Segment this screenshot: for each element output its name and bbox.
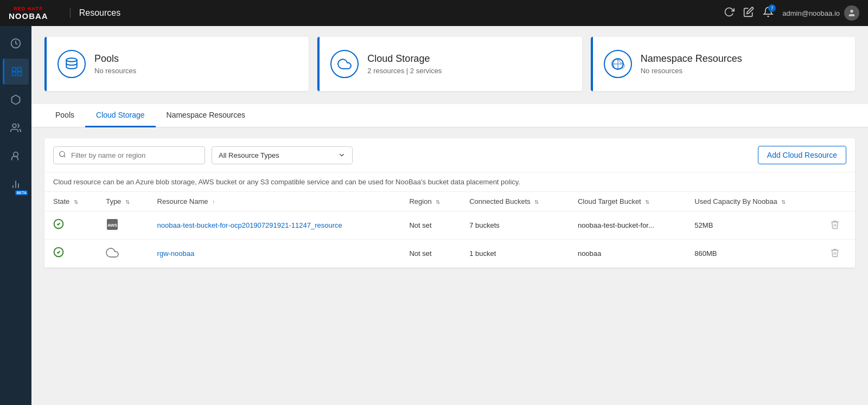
user-email: admin@noobaa.io <box>782 9 840 17</box>
cell-resource-name[interactable]: rgw-noobaa <box>149 240 401 268</box>
tab-cloud-storage[interactable]: Cloud Storage <box>85 104 156 127</box>
cell-region: Not set <box>400 211 461 240</box>
sort-capacity-icon: ⇅ <box>781 199 786 205</box>
cell-used-capacity: 860MB <box>686 240 821 268</box>
tabs-bar: Pools Cloud Storage Namespace Resources <box>31 104 868 127</box>
cloud-storage-card[interactable]: Cloud Storage 2 resources | 2 services <box>317 37 582 91</box>
sidebar-item-users[interactable] <box>3 143 29 169</box>
search-input[interactable] <box>53 146 205 164</box>
delete-icon[interactable] <box>830 250 840 259</box>
sidebar-item-analytics[interactable]: BETA <box>3 171 29 197</box>
col-resource-name[interactable]: Resource Name ↑ <box>149 192 401 211</box>
svg-rect-5 <box>17 72 21 76</box>
summary-cards: Pools No resources Cloud Storage 2 resou… <box>44 37 855 91</box>
table-header-row: State ⇅ Type ⇅ Resource Name ↑ Region <box>44 192 855 211</box>
sort-buckets-icon: ⇅ <box>534 199 539 205</box>
aws-icon: AWS <box>106 218 119 231</box>
cell-state <box>44 240 97 268</box>
edit-icon[interactable] <box>743 7 754 20</box>
svg-point-11 <box>66 58 77 62</box>
table-row: rgw-noobaaNot set1 bucketnoobaa860MB <box>44 240 855 268</box>
namespace-icon-wrap <box>604 50 632 78</box>
notifications-icon[interactable]: 7 <box>763 7 774 20</box>
sidebar: BETA <box>0 26 31 405</box>
delete-icon[interactable] <box>830 222 840 231</box>
namespace-card[interactable]: Namespace Resources No resources <box>591 37 855 91</box>
sidebar-item-buckets[interactable] <box>3 87 29 113</box>
avatar <box>844 5 859 21</box>
sidebar-item-accounts[interactable] <box>3 115 29 141</box>
table-description: Cloud resource can be an Azure blob stor… <box>44 172 855 192</box>
svg-rect-4 <box>12 72 16 76</box>
cell-delete[interactable] <box>821 211 855 240</box>
col-used-capacity[interactable]: Used Capacity By Noobaa ⇅ <box>686 192 821 211</box>
notification-badge: 7 <box>768 4 776 12</box>
col-cloud-target-bucket[interactable]: Cloud Target Bucket ⇅ <box>569 192 686 211</box>
cell-connected-buckets: 1 bucket <box>461 240 569 268</box>
resources-table: State ⇅ Type ⇅ Resource Name ↑ Region <box>44 192 855 268</box>
col-type[interactable]: Type ⇅ <box>97 192 148 211</box>
cell-connected-buckets: 7 buckets <box>461 211 569 240</box>
col-connected-buckets[interactable]: Connected Buckets ⇅ <box>461 192 569 211</box>
cell-delete[interactable] <box>821 240 855 268</box>
cloud-storage-card-info: Cloud Storage 2 resources | 2 services <box>367 53 442 75</box>
resource-name-link[interactable]: noobaa-test-bucket-for-ocp201907291921-1… <box>157 221 342 229</box>
col-region[interactable]: Region ⇅ <box>400 192 461 211</box>
pools-card-subtitle: No resources <box>94 67 136 75</box>
svg-point-13 <box>60 151 65 156</box>
sort-type-icon: ⇅ <box>125 199 130 205</box>
col-actions <box>821 192 855 211</box>
sort-name-icon: ↑ <box>212 199 215 205</box>
cell-resource-name[interactable]: noobaa-test-bucket-for-ocp201907291921-1… <box>149 211 401 240</box>
search-icon <box>59 151 66 160</box>
sidebar-item-dashboard[interactable] <box>3 30 29 56</box>
namespace-card-title: Namespace Resources <box>641 53 742 65</box>
tab-pools[interactable]: Pools <box>44 104 85 127</box>
tab-namespace[interactable]: Namespace Resources <box>156 104 257 127</box>
cell-cloud-target-bucket: noobaa <box>569 240 686 268</box>
pools-card-title: Pools <box>94 53 136 65</box>
sort-target-icon: ⇅ <box>645 199 649 205</box>
table-section: All Resource Types Add Cloud Resource Cl… <box>44 138 855 268</box>
cloud-storage-icon-wrap <box>330 50 359 78</box>
table-toolbar: All Resource Types Add Cloud Resource <box>44 138 855 172</box>
resource-type-select[interactable]: All Resource Types <box>212 146 353 164</box>
svg-rect-2 <box>12 68 16 72</box>
pools-card[interactable]: Pools No resources <box>44 37 309 91</box>
brand-logo: RED HAT® NOOBAA <box>9 6 48 21</box>
cell-used-capacity: 52MB <box>686 211 821 240</box>
pools-icon-wrap <box>58 50 86 78</box>
svg-text:AWS: AWS <box>107 223 118 228</box>
cloud-storage-card-subtitle: 2 resources | 2 services <box>367 67 442 75</box>
pools-card-info: Pools No resources <box>94 53 136 75</box>
refresh-icon[interactable] <box>724 7 735 20</box>
namespace-card-info: Namespace Resources No resources <box>641 53 742 75</box>
search-wrap <box>53 146 205 164</box>
resource-name-link[interactable]: rgw-noobaa <box>157 249 195 258</box>
table-row: AWS noobaa-test-bucket-for-ocp2019072919… <box>44 211 855 240</box>
cell-region: Not set <box>400 240 461 268</box>
nav-actions: 7 admin@noobaa.io <box>724 5 859 21</box>
svg-point-6 <box>12 124 16 128</box>
status-ok-icon <box>53 249 64 260</box>
user-menu[interactable]: admin@noobaa.io <box>782 5 859 21</box>
cell-type: AWS <box>97 211 148 240</box>
cell-type <box>97 240 148 268</box>
brand-redhat-label: RED HAT® <box>14 6 43 11</box>
svg-line-14 <box>64 156 66 157</box>
chevron-down-icon <box>338 151 346 159</box>
page-title: Resources <box>70 8 120 18</box>
cell-cloud-target-bucket: noobaa-test-bucket-for... <box>569 211 686 240</box>
status-ok-icon <box>53 221 64 232</box>
sort-state-icon: ⇅ <box>74 199 78 205</box>
col-state[interactable]: State ⇅ <box>44 192 97 211</box>
brand-noobaa-label: NOOBAA <box>9 11 48 21</box>
top-nav: RED HAT® NOOBAA Resources 7 admin@noobaa… <box>0 0 868 26</box>
cloud-storage-card-title: Cloud Storage <box>367 53 442 65</box>
sidebar-item-resources[interactable] <box>3 59 29 85</box>
cell-state <box>44 211 97 240</box>
svg-point-0 <box>850 10 853 12</box>
beta-badge: BETA <box>15 190 28 195</box>
add-cloud-resource-button[interactable]: Add Cloud Resource <box>758 146 846 164</box>
main-content: Pools No resources Cloud Storage 2 resou… <box>31 26 868 405</box>
